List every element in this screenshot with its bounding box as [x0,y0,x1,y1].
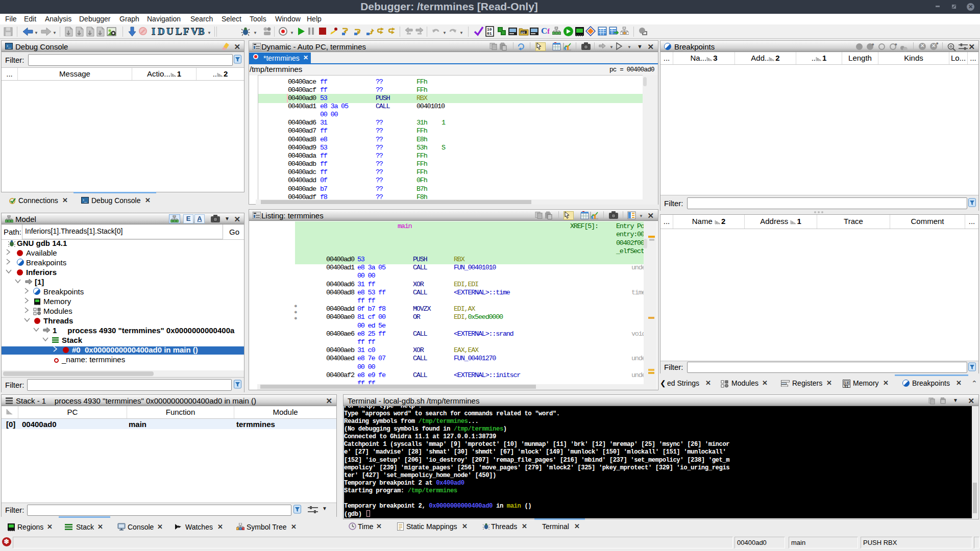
svg-text:01: 01 [844,384,848,388]
svg-text:01: 01 [487,31,492,36]
svg-text:DT: DT [521,31,525,34]
